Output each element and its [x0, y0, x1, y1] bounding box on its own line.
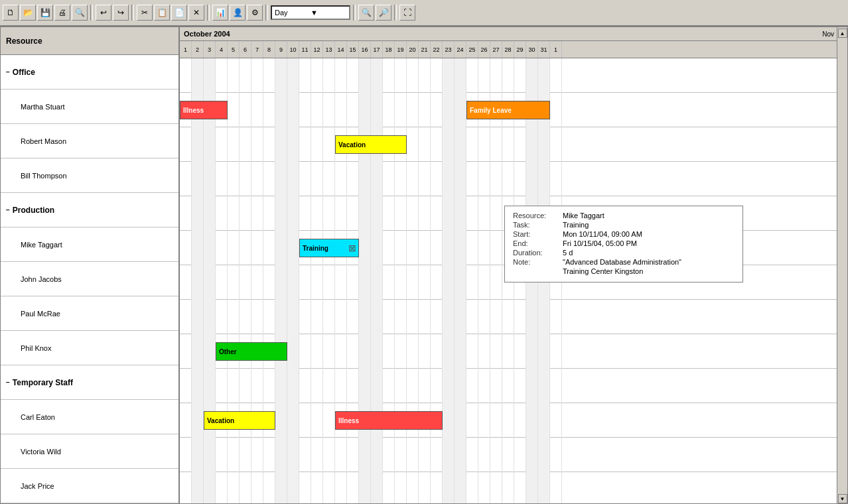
preview-button[interactable]: 🔍: [72, 5, 88, 21]
cal-cell: [299, 438, 311, 472]
view-dropdown-label: Day: [275, 9, 311, 17]
cal-cell: [263, 265, 275, 300]
view-dropdown[interactable]: Day ▼: [271, 5, 350, 20]
tooltip-label: Start:: [513, 230, 563, 238]
cal-cell: [311, 300, 323, 334]
cal-cell: [216, 300, 228, 334]
day-cell-29: 29: [514, 41, 526, 58]
group-row-temporary-staff[interactable]: −Temporary Staff: [1, 365, 178, 400]
cal-cell: [419, 438, 431, 472]
cal-cell: [383, 231, 395, 265]
calendar-header: October 2004 Nov 12345678910111213141516…: [180, 27, 837, 58]
cal-cell: [287, 196, 299, 231]
cal-cell: [228, 93, 240, 127]
cal-cell: [251, 231, 263, 265]
copy-button[interactable]: 📋: [154, 5, 170, 21]
zoom-out-button[interactable]: 🔎: [376, 5, 391, 21]
cal-cell: [383, 265, 395, 300]
cal-cell: [431, 162, 443, 196]
collapse-icon[interactable]: −: [6, 379, 10, 386]
tooltip-row: End:Fri 10/15/04, 05:00 PM: [513, 239, 735, 247]
cal-cell: [371, 472, 383, 504]
cal-cell: [323, 265, 335, 300]
tooltip-label: Duration:: [513, 249, 563, 257]
cal-cell: [335, 438, 347, 472]
cal-cell: [347, 472, 359, 504]
cal-cell: [216, 265, 228, 300]
event-bar-vacation[interactable]: Vacation: [204, 411, 275, 430]
cal-cell: [251, 438, 263, 472]
collapse-icon[interactable]: −: [6, 206, 10, 214]
cal-cell: [490, 162, 502, 196]
cal-cell: [216, 58, 228, 93]
delete-button[interactable]: ✕: [188, 5, 204, 21]
cal-cell: [490, 472, 502, 504]
day-cell-22: 22: [431, 41, 443, 58]
cal-cell: [478, 472, 490, 504]
dropdown-arrow-icon: ▼: [311, 9, 346, 17]
cal-cell: [263, 196, 275, 231]
cal-cell: [419, 300, 431, 334]
gantt-button[interactable]: 📊: [212, 5, 228, 21]
cal-cell: [431, 300, 443, 334]
cal-cell: [371, 438, 383, 472]
cal-cell: [347, 438, 359, 472]
cal-cell: [490, 369, 502, 403]
scroll-down-btn[interactable]: ▼: [838, 494, 847, 503]
cal-cell: [383, 196, 395, 231]
cal-group-row-temporary-staff: [180, 369, 837, 403]
cal-cell: [431, 127, 443, 162]
open-button[interactable]: 📂: [20, 5, 36, 21]
separator-4: [265, 5, 268, 21]
cal-cell: [371, 300, 383, 334]
event-bar-other[interactable]: Other: [216, 342, 287, 361]
cal-cell: [192, 196, 204, 231]
print-button[interactable]: 🖨: [54, 5, 70, 21]
undo-button[interactable]: ↩: [96, 5, 111, 21]
save-button[interactable]: 💾: [37, 5, 53, 21]
day-cell-2: 2: [192, 41, 204, 58]
cal-cell: [538, 162, 550, 196]
cal-cell: [502, 472, 514, 504]
cal-cell: [466, 472, 478, 504]
event-bar-vacation[interactable]: Vacation: [335, 135, 407, 154]
cal-cell: [263, 231, 275, 265]
group-row-production[interactable]: −Production: [1, 193, 178, 227]
cal-cell: [502, 403, 514, 438]
cut-button[interactable]: ✂: [137, 5, 153, 21]
day-cell-14: 14: [335, 41, 347, 58]
cal-cell: [395, 231, 407, 265]
resource-button[interactable]: 👤: [230, 5, 246, 21]
cal-cell: [359, 369, 371, 403]
group-row-office[interactable]: −Office: [1, 55, 178, 90]
new-button[interactable]: 🗋: [3, 5, 19, 21]
paste-button[interactable]: 📄: [171, 5, 187, 21]
drag-handle-icon[interactable]: ⊠: [347, 239, 358, 257]
cal-cell: [550, 472, 562, 504]
cal-person-row-bill-thompson: [180, 162, 837, 196]
day-cell-8: 8: [263, 41, 275, 58]
cal-cell: [204, 472, 216, 504]
event-bar-illness[interactable]: Illness: [335, 411, 443, 430]
cal-cell: [478, 231, 490, 265]
fullscreen-button[interactable]: ⛶: [399, 5, 415, 21]
zoom-in-button[interactable]: 🔍: [358, 5, 374, 21]
cal-person-row-jack-price: [180, 472, 837, 503]
cal-cell: [502, 162, 514, 196]
event-bar-illness[interactable]: Illness: [180, 101, 228, 119]
collapse-icon[interactable]: −: [6, 68, 10, 76]
redo-button[interactable]: ↪: [113, 5, 129, 21]
cal-cell: [371, 196, 383, 231]
cal-cell: [514, 369, 526, 403]
cal-cell: [228, 231, 240, 265]
cal-cell: [335, 334, 347, 369]
cal-cell: [311, 58, 323, 93]
scrollbar[interactable]: ▲ ▼: [837, 27, 847, 503]
cal-cell: [455, 300, 466, 334]
cal-cell: [550, 403, 562, 438]
cal-cell: [359, 58, 371, 93]
options-button[interactable]: ⚙: [247, 5, 263, 21]
event-bar-family-leave[interactable]: Family Leave: [466, 101, 550, 119]
scroll-up-btn[interactable]: ▲: [838, 29, 847, 38]
cal-cell: [538, 300, 550, 334]
